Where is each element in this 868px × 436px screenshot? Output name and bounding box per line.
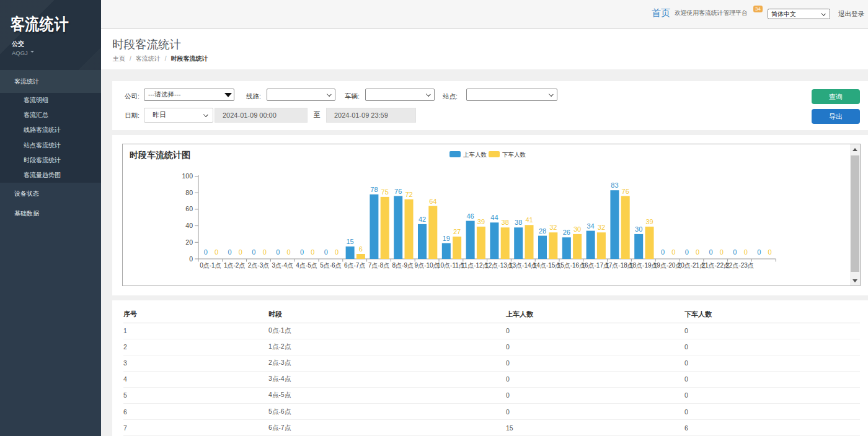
svg-text:0: 0: [263, 248, 267, 256]
svg-text:60: 60: [185, 205, 193, 212]
svg-text:0: 0: [661, 248, 665, 256]
svg-text:0: 0: [252, 248, 255, 256]
svg-text:80: 80: [185, 189, 193, 196]
svg-text:39: 39: [477, 218, 485, 225]
svg-text:0: 0: [189, 255, 193, 263]
svg-text:44: 44: [490, 214, 498, 221]
svg-text:0: 0: [286, 248, 290, 256]
svg-text:0: 0: [685, 248, 689, 256]
svg-text:26: 26: [563, 229, 570, 236]
svg-text:28: 28: [539, 227, 546, 235]
svg-text:5点-6点: 5点-6点: [320, 262, 341, 269]
svg-text:100: 100: [182, 172, 193, 180]
svg-text:0: 0: [720, 248, 724, 256]
svg-text:30: 30: [574, 225, 581, 233]
svg-text:83: 83: [611, 181, 618, 189]
svg-text:20: 20: [185, 238, 193, 246]
svg-text:0: 0: [300, 248, 304, 256]
svg-text:2点-3点: 2点-3点: [248, 262, 269, 269]
svg-text:76: 76: [622, 188, 629, 195]
svg-text:0: 0: [733, 248, 737, 256]
svg-text:72: 72: [405, 191, 412, 198]
svg-text:19: 19: [443, 235, 450, 242]
svg-text:0: 0: [744, 248, 748, 256]
svg-text:0: 0: [311, 248, 314, 256]
svg-text:0: 0: [709, 248, 713, 256]
svg-text:3点-4点: 3点-4点: [272, 262, 293, 269]
svg-text:15: 15: [346, 238, 353, 245]
svg-text:0: 0: [324, 248, 328, 256]
svg-text:41: 41: [525, 216, 533, 224]
svg-text:46: 46: [466, 212, 474, 220]
svg-text:64: 64: [429, 198, 436, 205]
svg-text:0: 0: [696, 248, 699, 256]
svg-text:8点-9点: 8点-9点: [392, 262, 414, 269]
svg-text:42: 42: [418, 216, 426, 223]
svg-text:0点-1点: 0点-1点: [200, 262, 221, 269]
svg-text:30: 30: [635, 225, 642, 233]
svg-text:0: 0: [276, 248, 280, 256]
svg-text:40: 40: [185, 222, 193, 229]
svg-text:0: 0: [335, 248, 339, 256]
svg-text:76: 76: [394, 188, 402, 195]
svg-text:39: 39: [645, 218, 653, 225]
svg-text:38: 38: [502, 219, 509, 226]
svg-text:0: 0: [768, 248, 771, 256]
svg-text:9点-10点: 9点-10点: [415, 262, 440, 269]
svg-text:7点-8点: 7点-8点: [368, 262, 389, 269]
svg-text:0: 0: [757, 248, 761, 256]
svg-text:32: 32: [549, 224, 557, 231]
svg-text:0: 0: [204, 248, 208, 256]
svg-text:6: 6: [359, 245, 363, 253]
svg-text:0: 0: [228, 248, 232, 256]
svg-text:22点-23点: 22点-23点: [725, 262, 754, 269]
svg-text:0: 0: [671, 248, 675, 256]
svg-text:32: 32: [598, 224, 605, 231]
svg-text:38: 38: [515, 219, 522, 226]
svg-text:27: 27: [453, 228, 461, 235]
svg-text:0: 0: [239, 248, 242, 256]
svg-text:6点-7点: 6点-7点: [344, 262, 365, 269]
svg-text:0: 0: [215, 248, 218, 256]
svg-text:4点-5点: 4点-5点: [296, 262, 317, 269]
svg-text:75: 75: [381, 188, 389, 196]
svg-text:78: 78: [370, 186, 378, 193]
svg-text:1点-2点: 1点-2点: [224, 262, 245, 269]
svg-text:34: 34: [587, 222, 594, 230]
